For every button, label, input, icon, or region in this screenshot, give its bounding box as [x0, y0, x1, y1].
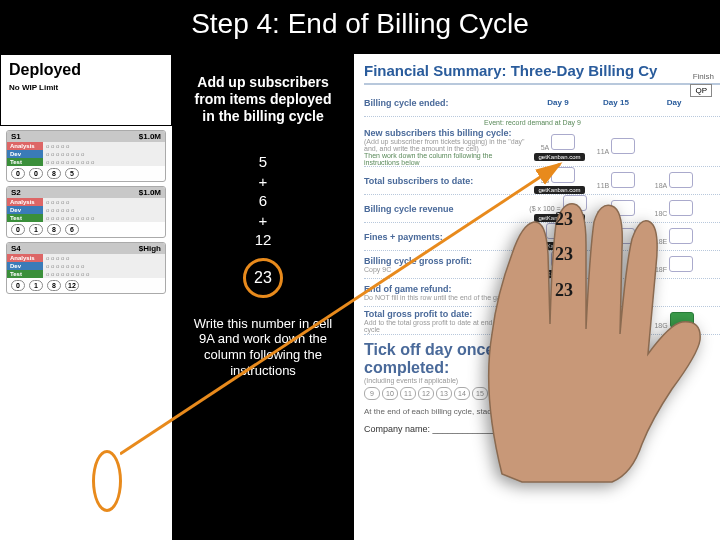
cell-input[interactable]: [669, 172, 693, 188]
content-area: ed ficted items are not kept arrtarily a…: [0, 54, 720, 540]
row-label: Test: [7, 158, 43, 166]
cell-input[interactable]: [611, 172, 635, 188]
deployed-title: Deployed: [9, 61, 163, 79]
cell-input[interactable]: [611, 138, 635, 154]
cell-code: 11A: [597, 148, 609, 155]
foot-bubble: 8: [47, 168, 61, 179]
financial-title: Financial Summary: Three-Day Billing Cy: [364, 62, 720, 85]
foot-bubble: 0: [11, 224, 25, 235]
handwritten-value: 23: [555, 280, 573, 301]
foot-bubble: 8: [47, 280, 61, 291]
ticket-id: S2: [11, 188, 21, 197]
row-label: Dev: [7, 150, 43, 158]
hand-icon: [452, 194, 712, 484]
row-label: Dev: [7, 262, 43, 270]
finish-label: Finish: [693, 72, 714, 81]
day-header: Day 15: [587, 98, 645, 107]
qp-box: QP: [690, 84, 712, 97]
row-label: Billing cycle ended:: [364, 98, 529, 108]
foot-bubble: 0: [29, 168, 43, 179]
cell-code: 18A: [655, 182, 667, 189]
foot-bubble: 5: [65, 168, 79, 179]
row-label: Test: [7, 270, 43, 278]
foot-bubble: 12: [65, 280, 79, 291]
highlight-oval-icon: [92, 450, 122, 512]
foot-bubble: 0: [11, 280, 25, 291]
row-label: Test: [7, 214, 43, 222]
foot-bubble: 8: [47, 224, 61, 235]
row-label: Analysis: [7, 142, 43, 150]
foot-bubble: 1: [29, 280, 43, 291]
foot-bubble: 0: [11, 168, 25, 179]
row-label: Analysis: [7, 254, 43, 262]
handwritten-value: 23: [555, 244, 573, 265]
row-label: Dev: [7, 206, 43, 214]
wip-limit: No WIP Limit: [9, 83, 163, 92]
page-title: Step 4: End of Billing Cycle: [0, 0, 720, 54]
ticket-id: S1: [11, 132, 21, 141]
ticket-id: S4: [11, 244, 21, 253]
day-header: Day 9: [529, 98, 587, 107]
fin-header-row: Billing cycle ended: Day 9 Day 15 Day: [364, 89, 720, 117]
foot-bubble: 6: [65, 224, 79, 235]
row-label: Analysis: [7, 198, 43, 206]
handwritten-value: 23: [555, 209, 573, 230]
cell-code: 11B: [597, 182, 609, 189]
foot-bubble: 1: [29, 224, 43, 235]
day-header: Day: [645, 98, 703, 107]
